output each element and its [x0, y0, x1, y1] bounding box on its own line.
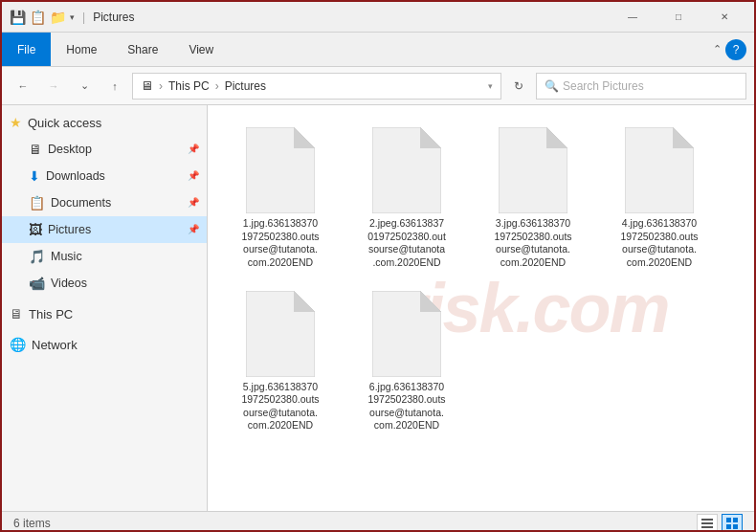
up-button[interactable]: ↑	[101, 73, 128, 100]
file-item-5[interactable]: 5.jpg.6361383701972502380.outsourse@tuta…	[223, 284, 338, 440]
sidebar-item-videos[interactable]: 📹 Videos	[2, 270, 207, 297]
recent-locations-button[interactable]: ⌄	[71, 73, 98, 100]
tab-view[interactable]: View	[173, 33, 229, 66]
help-button[interactable]: ?	[725, 39, 746, 60]
videos-icon: 📹	[29, 276, 45, 291]
sidebar-item-documents[interactable]: 📋 Documents 📌	[2, 189, 207, 216]
file-grid: 1.jpg.6361383701972502380.outsourse@tuta…	[223, 121, 739, 439]
pin-icon-downloads: 📌	[188, 170, 199, 182]
title-bar-icons: 💾 📋 📁 ▾	[10, 10, 75, 25]
file-icon-3	[499, 127, 567, 213]
sidebar-thispc-header[interactable]: 🖥 This PC	[2, 300, 207, 327]
tab-file[interactable]: File	[2, 33, 51, 66]
path-this-pc: This PC	[168, 79, 210, 93]
path-icon: 🖥	[141, 78, 153, 93]
search-placeholder: Search Pictures	[563, 79, 644, 93]
path-separator1: ›	[159, 79, 163, 93]
svg-rect-17	[726, 524, 731, 529]
sidebar-music-label: Music	[51, 250, 82, 263]
svg-rect-16	[733, 518, 738, 522]
refresh-button[interactable]: ↻	[505, 73, 532, 100]
path-pictures: Pictures	[225, 79, 266, 93]
file-name-5: 5.jpg.6361383701972502380.outsourse@tuta…	[241, 381, 319, 433]
pin-icon-documents: 📌	[188, 197, 199, 209]
pin-icon-pictures: 📌	[188, 224, 199, 235]
file-item-1[interactable]: 1.jpg.6361383701972502380.outsourse@tuta…	[223, 121, 338, 277]
qat-icon2: 📋	[30, 10, 46, 25]
file-name-4: 4.jpg.6361383701972502380.outsourse@tuta…	[620, 217, 698, 270]
sidebar-documents-label: Documents	[51, 196, 111, 210]
sidebar-network-header[interactable]: 🌐 Network	[2, 331, 207, 358]
sidebar-item-music[interactable]: 🎵 Music	[2, 243, 207, 270]
sidebar: ★ Quick access 🖥 Desktop 📌 ⬇ Downloads 📌…	[2, 105, 208, 511]
main-area: ★ Quick access 🖥 Desktop 📌 ⬇ Downloads 📌…	[2, 105, 754, 511]
forward-button[interactable]: →	[40, 73, 67, 100]
file-icon-6	[372, 291, 441, 377]
content-area: risk.com 1.jpg.6361383701972502380.outso…	[208, 105, 754, 511]
desktop-icon: 🖥	[29, 142, 42, 157]
sidebar-item-pictures[interactable]: 🖼 Pictures 📌	[2, 216, 207, 243]
item-count: 6 items	[13, 517, 51, 530]
window-title: Pictures	[93, 11, 611, 24]
sidebar-quick-access-header: ★ Quick access	[2, 109, 207, 136]
view-controls	[697, 514, 743, 533]
thispc-icon: 🖥	[10, 306, 23, 321]
file-item-6[interactable]: 6.jpg.6361383701972502380.outsourse@tuta…	[349, 284, 464, 440]
pin-icon-desktop: 📌	[188, 144, 199, 155]
file-icon-4	[625, 127, 694, 213]
file-icon-5	[246, 291, 315, 377]
status-bar: 6 items	[2, 511, 754, 532]
svg-rect-14	[701, 526, 713, 528]
file-name-3: 3.jpg.6361383701972502380.outsourse@tuta…	[494, 217, 571, 270]
quick-access-label: Quick access	[28, 116, 101, 130]
minimize-button[interactable]: —	[611, 2, 655, 33]
music-icon: 🎵	[29, 249, 45, 264]
maximize-button[interactable]: □	[656, 2, 700, 33]
svg-marker-11	[420, 291, 441, 312]
svg-rect-12	[701, 519, 713, 521]
search-icon: 🔍	[545, 79, 559, 93]
network-icon: 🌐	[10, 337, 26, 352]
tab-share[interactable]: Share	[112, 33, 173, 66]
svg-rect-13	[701, 522, 713, 524]
file-icon-1	[246, 127, 315, 213]
file-name-6: 6.jpg.6361383701972502380.outsourse@tuta…	[367, 381, 445, 433]
back-button[interactable]: ←	[10, 73, 36, 100]
sidebar-thispc-label: This PC	[29, 307, 73, 321]
file-item-2[interactable]: 2.jpeg.6361383701972502380.outsourse@tut…	[349, 121, 464, 277]
sidebar-pictures-label: Pictures	[48, 223, 91, 236]
address-bar: ← → ⌄ ↑ 🖥 › This PC › Pictures ▾ ↻ 🔍 Sea…	[2, 67, 754, 105]
title-bar: 💾 📋 📁 ▾ | Pictures — □ ✕	[2, 2, 754, 33]
file-item-3[interactable]: 3.jpg.6361383701972502380.outsourse@tuta…	[476, 121, 590, 277]
star-icon: ★	[10, 115, 22, 130]
address-path[interactable]: 🖥 › This PC › Pictures ▾	[132, 73, 501, 100]
sidebar-videos-label: Videos	[51, 277, 87, 290]
tab-home[interactable]: Home	[51, 33, 112, 66]
sidebar-item-desktop[interactable]: 🖥 Desktop 📌	[2, 136, 207, 163]
sidebar-desktop-label: Desktop	[48, 143, 92, 156]
file-name-2: 2.jpeg.6361383701972502380.outsourse@tut…	[367, 217, 446, 270]
sidebar-downloads-label: Downloads	[46, 169, 105, 183]
large-icons-view-button[interactable]	[722, 514, 743, 533]
separator: |	[82, 11, 85, 24]
downloads-icon: ⬇	[29, 168, 40, 184]
file-item-4[interactable]: 4.jpg.6361383701972502380.outsourse@tuta…	[602, 121, 717, 277]
svg-marker-9	[294, 291, 315, 312]
svg-rect-15	[726, 518, 731, 522]
documents-icon: 📋	[29, 195, 45, 211]
file-name-1: 1.jpg.6361383701972502380.outsourse@tuta…	[241, 217, 319, 270]
search-box[interactable]: 🔍 Search Pictures	[536, 73, 746, 100]
ribbon: File Home Share View ⌃ ?	[2, 33, 754, 67]
dropdown-arrow[interactable]: ▾	[70, 12, 75, 22]
sidebar-item-downloads[interactable]: ⬇ Downloads 📌	[2, 163, 207, 189]
close-button[interactable]: ✕	[702, 2, 746, 33]
file-icon-2	[372, 127, 441, 213]
svg-rect-18	[733, 524, 738, 529]
path-separator2: ›	[215, 79, 219, 93]
window-controls[interactable]: — □ ✕	[611, 2, 746, 33]
chevron-up-icon[interactable]: ⌃	[713, 43, 722, 55]
list-view-button[interactable]	[697, 514, 718, 533]
address-dropdown-icon[interactable]: ▾	[488, 81, 493, 91]
pictures-icon: 🖼	[29, 222, 42, 237]
qat-icon3: 📁	[50, 10, 66, 25]
